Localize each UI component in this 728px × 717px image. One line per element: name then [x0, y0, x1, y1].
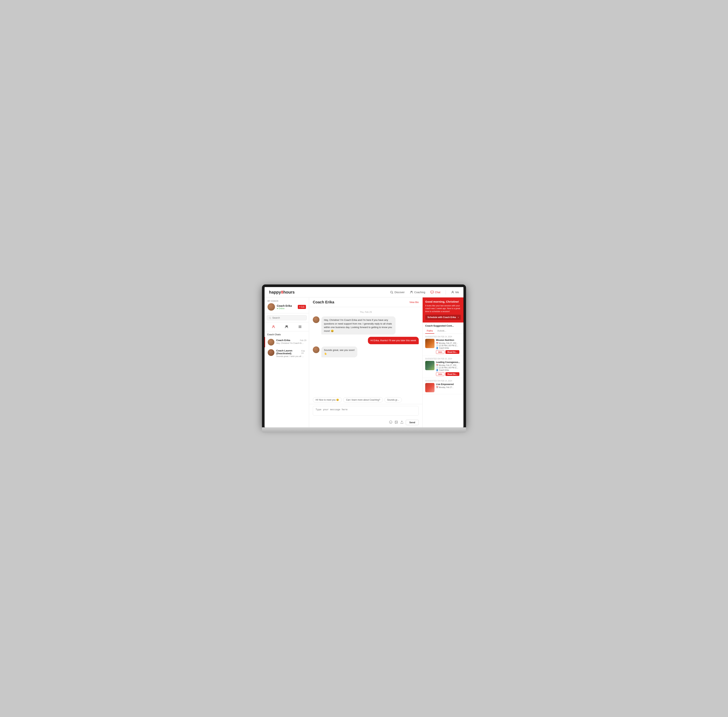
nav-chat[interactable]: Chat [430, 291, 440, 294]
chat-item-preview: Hey, Christine! I'm Coach Erika and I'm … [276, 342, 304, 344]
app-logo: happy8hours [269, 290, 295, 294]
content-actions-2: Join Read De... [436, 372, 461, 376]
view-bio-button[interactable]: View Bio [410, 301, 419, 304]
top-nav: happy8hours Discover Coaching [265, 287, 463, 297]
schedule-label: Schedule with Coach Erika [428, 316, 456, 319]
chevron-right-icon: › [458, 316, 458, 319]
chat-item-date: Feb 24 [301, 350, 306, 354]
quick-reply-coaching[interactable]: Can I learn more about Coaching? [343, 397, 383, 403]
quick-reply-sounds[interactable]: Sounds gr... [384, 397, 402, 403]
read-button-1[interactable]: Read De... [445, 350, 459, 354]
message-input-area [309, 404, 422, 418]
person-icon-2: 👤 [436, 369, 438, 371]
content-thumb-2 [425, 361, 434, 370]
suggested-on-2: SUGGESTED ON FEB 20, 2024 [425, 358, 461, 360]
chat-main: Coach Erika View Bio Thu, Feb 29 Hey, Ch… [309, 297, 423, 427]
chat-item-header: Coach Erika Feb 29 [276, 339, 306, 342]
thumb-empowered-img [425, 383, 434, 392]
tab-paths[interactable]: Paths [425, 328, 434, 334]
content-card-3: SUGGESTED ON FEB 14, 2024 Live Empowered… [423, 378, 463, 394]
tab-person-icon[interactable] [271, 324, 276, 330]
tab-settings-icon[interactable] [297, 324, 303, 330]
chat-list-item[interactable]: Coach Lauren (Deactivated) Feb 24 Sounds… [265, 347, 309, 359]
tab-icons [265, 322, 309, 331]
coach-status: ● Online [277, 307, 296, 310]
clock-icon-2: 🕐 [436, 367, 438, 369]
svg-point-0 [390, 291, 393, 293]
svg-point-14 [390, 421, 392, 423]
quick-reply-meet[interactable]: Hi! Nice to meet you 😊 [313, 397, 342, 403]
nav-coaching-label: Coaching [414, 291, 425, 294]
svg-point-18 [396, 421, 396, 422]
content-date-1: Monday, Feb 27, 202... [439, 342, 458, 344]
avatar-lauren [268, 349, 274, 356]
content-title-3: Live Empowered [436, 383, 461, 386]
thumb-leading-img [425, 361, 434, 370]
schedule-button[interactable]: Schedule with Coach Erika › [425, 315, 461, 320]
chat-item-content: Coach Lauren (Deactivated) Feb 24 Sounds… [276, 349, 306, 358]
content-title-1: Mission Nutrition [436, 339, 461, 342]
chat-item-content: Coach Erika Feb 29 Hey, Christine! I'm C… [276, 339, 306, 344]
search-icon [390, 291, 393, 294]
suggested-on-3: SUGGESTED ON FEB 14, 2024 [425, 380, 461, 382]
svg-rect-4 [431, 291, 433, 293]
attachment-icon[interactable] [400, 421, 404, 424]
nav-coaching[interactable]: Coaching [410, 291, 425, 294]
person-icon: 👤 [436, 347, 438, 349]
chat-list: Coach Erika Feb 29 Hey, Christine! I'm C… [265, 337, 309, 427]
nav-me[interactable]: Me [451, 291, 459, 294]
person-icon [272, 325, 275, 329]
nav-discover-label: Discover [394, 291, 404, 294]
content-meta-time-2: 🕐 12:30 PM-1:00 PM (C... [436, 367, 461, 369]
message-row-received: Hey, Christine! I'm Coach Erika and I'm … [313, 316, 419, 334]
search-icon [269, 317, 271, 319]
morning-banner: Good morning, Christine! It looks like y… [423, 297, 463, 322]
send-button[interactable]: Send [406, 420, 419, 425]
content-thumb-1 [425, 339, 434, 348]
tab-activities[interactable]: Activiti... [436, 328, 448, 334]
content-time-2: 12:30 PM-1:00 PM (C... [439, 367, 458, 369]
coach-chats-label: Coach Chats [265, 331, 309, 337]
content-info-1: Mission Nutrition 📅 Monday, Feb 27, 202.… [436, 339, 461, 354]
content-coach-1: Coach Erika [439, 347, 449, 349]
content-card-inner-2: Leading Courageous... 📅 Monday, Feb 27, … [425, 361, 461, 376]
tab-group-icon[interactable] [284, 324, 289, 330]
svg-point-6 [269, 317, 271, 318]
coach-details: Coach Erika ● Online [277, 304, 296, 310]
join-button-1[interactable]: Join [436, 350, 444, 354]
content-info-3: Live Empowered 📅 Monday, Feb 27... [436, 383, 461, 389]
laptop-screen: happy8hours Discover Coaching [262, 284, 466, 427]
content-meta-date-2: 📅 Monday, Feb 27, 202... [436, 364, 461, 366]
search-box [265, 313, 309, 322]
read-button-2[interactable]: Read De... [445, 372, 459, 376]
message-bubble-received: Hey, Christine! I'm Coach Erika and I'm … [321, 316, 396, 334]
calendar-icon-3: 📅 [436, 386, 438, 388]
join-button-2[interactable]: Join [436, 372, 444, 376]
content-card-1: SUGGESTED ON FEB 24, 2024 Mission Nutrit… [423, 334, 463, 356]
coaching-icon [410, 291, 413, 294]
content-coach-2: Coach Erika [439, 369, 449, 371]
nav-discover[interactable]: Discover [390, 291, 404, 294]
content-card-inner-1: Mission Nutrition 📅 Monday, Feb 27, 202.… [425, 339, 461, 354]
msg-avatar-erika [313, 316, 320, 323]
nav-chat-label: Chat [435, 291, 440, 294]
message-bubble-received-2: Sounds great, see you soon!👆 [321, 346, 357, 357]
content-info-2: Leading Courageous... 📅 Monday, Feb 27, … [436, 361, 461, 376]
svg-point-10 [286, 326, 288, 326]
image-icon[interactable] [394, 421, 398, 424]
message-input[interactable] [313, 406, 419, 416]
msg-avatar-erika-img [313, 316, 320, 323]
chat-list-item[interactable]: Coach Erika Feb 29 Hey, Christine! I'm C… [265, 337, 309, 347]
search-input[interactable] [273, 316, 305, 319]
svg-line-7 [271, 318, 271, 319]
chat-item-preview: Sounds great. I wish you all the luck in… [276, 355, 304, 358]
content-meta-coach-2: 👤 Coach Erika [436, 369, 461, 371]
coach-avatar-img [268, 303, 275, 311]
laptop-base [262, 427, 466, 433]
emoji-icon[interactable] [389, 421, 392, 424]
settings-icon [298, 325, 302, 329]
one-on-one-button[interactable]: + 1:1 [298, 305, 306, 309]
chat-item-avatar-lauren [268, 349, 274, 356]
sidebar: MY COACH Coach Erika ● Online + 1:1 [265, 297, 309, 427]
group-icon [285, 325, 288, 329]
